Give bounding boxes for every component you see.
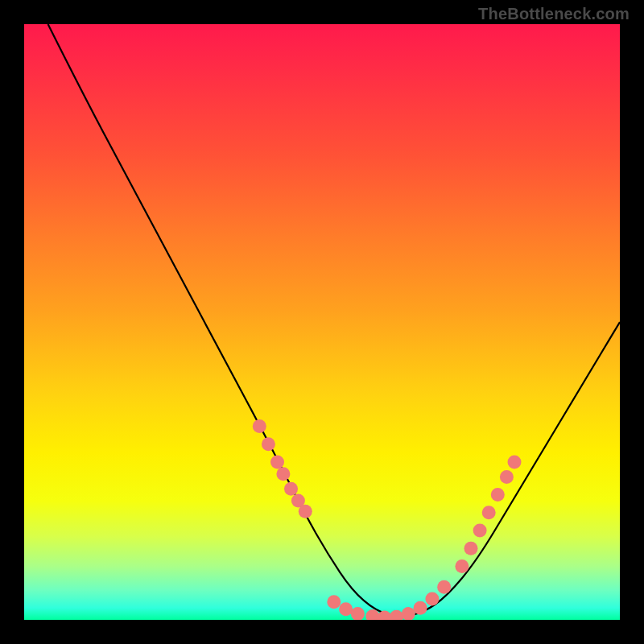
- curve-marker-dot: [276, 467, 290, 481]
- curve-marker-dot: [464, 542, 478, 555]
- curve-marker-dot: [270, 455, 284, 469]
- curve-marker-dot: [351, 607, 365, 620]
- curve-marker-dot: [500, 470, 514, 484]
- curve-marker-dot: [473, 524, 487, 538]
- curve-marker-dot: [402, 607, 415, 620]
- chart-svg: [24, 24, 620, 620]
- curve-marker-dot: [482, 506, 496, 519]
- watermark-text: TheBottleneck.com: [478, 5, 630, 23]
- plot-area: [24, 24, 620, 620]
- curve-markers: [253, 419, 522, 620]
- curve-marker-dot: [414, 601, 427, 615]
- curve-marker-dot: [491, 488, 505, 502]
- curve-marker-dot: [425, 592, 439, 606]
- curve-marker-dot: [284, 482, 298, 496]
- bottleneck-curve: [48, 24, 620, 616]
- curve-marker-dot: [253, 419, 266, 433]
- curve-marker-dot: [262, 437, 275, 451]
- curve-marker-dot: [299, 505, 312, 518]
- curve-marker-dot: [437, 580, 451, 594]
- curve-marker-dot: [508, 455, 522, 469]
- curve-marker-dot: [339, 602, 353, 616]
- curve-marker-dot: [327, 595, 341, 609]
- curve-marker-dot: [455, 559, 469, 573]
- curve-marker-dot: [390, 610, 403, 620]
